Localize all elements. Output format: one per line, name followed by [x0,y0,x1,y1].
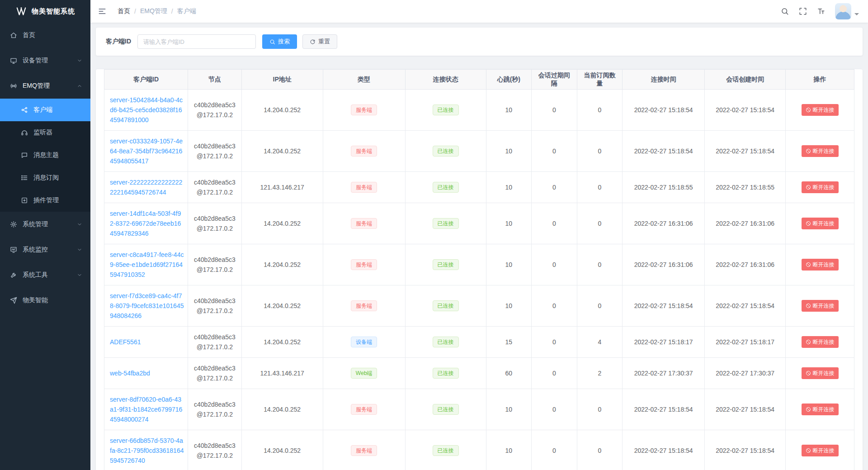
ip-cell: 121.43.146.217 [241,172,323,203]
client-id-link[interactable]: web-54fba2bd [110,370,150,377]
column-header: 会话创建时间 [705,70,786,90]
ip-cell: 14.204.0.252 [241,285,323,327]
breadcrumb-separator: / [171,8,173,15]
sidebar-item-wumei[interactable]: 物美智能 [0,288,90,313]
sidebar-item-tools[interactable]: 系统工具 [0,262,90,288]
search-icon[interactable] [781,7,789,15]
sidebar-item-system[interactable]: 系统管理 [0,212,90,237]
fullscreen-icon[interactable] [799,7,807,15]
tools-icon [10,271,17,279]
disconnect-button[interactable]: 断开连接 [802,259,839,271]
subscriptions-cell: 0 [577,203,623,244]
client-id-link[interactable]: server-2222222222222222221645945726744 [110,179,182,196]
search-panel: 客户端ID 搜索 重置 [96,28,863,56]
disconnect-button[interactable]: 断开连接 [802,218,839,229]
subscriptions-cell: 2 [577,358,623,389]
heartbeat-cell: 10 [486,244,532,285]
sidebar-toggle-icon[interactable] [98,7,107,16]
reset-button[interactable]: 重置 [302,34,337,49]
sidebar-item-listener[interactable]: 监听器 [0,121,90,144]
client-id-input[interactable] [137,34,256,49]
subscriptions-cell: 0 [577,90,623,131]
user-menu[interactable] [835,3,859,19]
connected-at-cell: 2022-02-27 15:18:54 [623,285,705,327]
device-icon [10,57,17,64]
subscriptions-cell: 0 [577,244,623,285]
search-button-label: 搜索 [278,38,290,46]
search-button[interactable]: 搜索 [262,34,297,49]
sidebar-item-home[interactable]: 首页 [0,23,90,48]
ip-cell: 14.204.0.252 [241,244,323,285]
client-id-link[interactable]: server-f7d3ce89-ca4c-4f78-8079-f9cefc831… [110,292,184,319]
client-table: 客户端ID节点IP地址类型连接状态心跳(秒)会话过期间隔当前订阅数量连接时间会话… [104,69,854,470]
table-row: server-8df70620-e0a6-43a1-9f31-b1842ce67… [104,389,854,430]
search-icon [269,39,275,45]
session-expiry-cell: 0 [532,90,577,131]
disconnect-button[interactable]: 断开连接 [802,336,839,348]
heartbeat-cell: 10 [486,389,532,430]
column-header: 心跳(秒) [486,70,532,90]
breadcrumb-item-home[interactable]: 首页 [118,7,130,15]
client-id-link[interactable]: server-66db857d-5370-4afa-8c21-795f0cd33… [110,437,184,464]
breadcrumb-item-emq[interactable]: EMQ管理 [140,7,167,15]
table-row: server-14df1c4a-503f-4f92-8372-69672de78… [104,203,854,244]
sidebar-item-topic[interactable]: 消息主题 [0,144,90,166]
send-icon [10,297,17,304]
sidebar-item-plugin[interactable]: 插件管理 [0,189,90,212]
table-row: server-2222222222222222221645945726744c4… [104,172,854,203]
node-cell: c40b2d8ea5c3 @172.17.0.2 [188,358,242,389]
node-cell: c40b2d8ea5c3 @172.17.0.2 [188,430,242,470]
client-id-link[interactable]: server-14df1c4a-503f-4f92-8372-69672de78… [110,210,181,237]
sidebar-item-emq[interactable]: EMQ管理 [0,73,90,99]
sidebar-item-client[interactable]: 客户端 [0,99,90,121]
client-id-link[interactable]: server-8df70620-e0a6-43a1-9f31-b1842ce67… [110,396,182,423]
font-size-icon[interactable] [817,7,825,15]
client-id-link[interactable]: server-c0333249-1057-4e64-8ea7-354bf73c9… [110,138,183,165]
user-avatar [835,3,851,19]
disconnect-icon [806,185,811,190]
sidebar-item-label: 客户端 [33,106,82,114]
monitor-icon [10,246,17,253]
chevron-down-icon [77,272,82,278]
column-header: 连接时间 [623,70,705,90]
app-logo[interactable]: 物美智能系统 [0,0,90,23]
disconnect-button[interactable]: 断开连接 [802,445,839,456]
heartbeat-cell: 10 [486,172,532,203]
sidebar-menu: 首页设备管理EMQ管理客户端监听器消息主题消息订阅插件管理系统管理系统监控系统工… [0,23,90,470]
sidebar-item-subscribe[interactable]: 消息订阅 [0,166,90,189]
node-cell: c40b2d8ea5c3 @172.17.0.2 [188,90,242,131]
heartbeat-cell: 15 [486,327,532,358]
ip-cell: 14.204.0.252 [241,203,323,244]
session-expiry-cell: 0 [532,430,577,470]
client-id-link[interactable]: ADEF5561 [110,338,141,346]
disconnect-button[interactable]: 断开连接 [802,145,839,157]
sidebar-item-monitor[interactable]: 系统监控 [0,237,90,262]
table-row: web-54fba2bdc40b2d8ea5c3 @172.17.0.2121.… [104,358,854,389]
connected-at-cell: 2022-02-27 15:18:54 [623,131,705,172]
disconnect-button-label: 断开连接 [813,184,835,191]
status-tag: 已连接 [433,404,459,415]
column-header: 客户端ID [104,70,188,90]
disconnect-button-label: 断开连接 [813,338,835,346]
status-tag: 已连接 [433,104,459,115]
column-header: 当前订阅数量 [577,70,623,90]
disconnect-button[interactable]: 断开连接 [802,300,839,312]
sidebar-item-label: 物美智能 [23,296,82,304]
sidebar-item-label: 系统监控 [23,246,77,254]
client-id-link[interactable]: server-c8ca4917-fee8-44c9-85ee-e1bde1d69… [110,251,184,278]
disconnect-button[interactable]: 断开连接 [802,404,839,415]
session-expiry-cell: 0 [532,244,577,285]
status-tag: 已连接 [433,182,459,193]
subscriptions-cell: 0 [577,389,623,430]
session-created-cell: 2022-02-27 15:18:54 [705,90,786,131]
client-id-link[interactable]: server-15042844-b4a0-4cd6-b425-ce5cde038… [110,96,183,123]
disconnect-button[interactable]: 断开连接 [802,367,839,379]
subscriptions-cell: 0 [577,172,623,203]
disconnect-button[interactable]: 断开连接 [802,104,839,116]
sidebar-item-device[interactable]: 设备管理 [0,48,90,73]
status-tag: 已连接 [433,368,459,379]
session-expiry-cell: 0 [532,358,577,389]
disconnect-button[interactable]: 断开连接 [802,181,839,193]
client-table-body: server-15042844-b4a0-4cd6-b425-ce5cde038… [104,90,854,470]
disconnect-icon [806,262,811,267]
